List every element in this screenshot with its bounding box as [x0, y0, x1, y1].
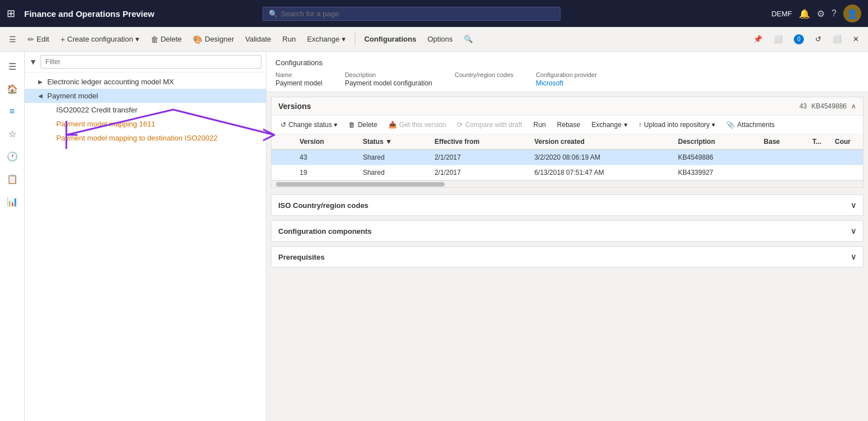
exchange-chevron-small: ▾	[624, 121, 627, 129]
iso-country-header[interactable]: ISO Country/region codes ∨	[272, 195, 863, 215]
download-icon: 📥	[388, 121, 397, 129]
chevron-down-icon: ▾	[135, 35, 139, 43]
validate-button[interactable]: Validate	[241, 33, 275, 46]
cell-base-1	[758, 150, 807, 165]
versions-exchange-button[interactable]: Exchange ▾	[587, 119, 631, 130]
create-configuration-button[interactable]: + Create configuration ▾	[56, 33, 143, 46]
col-header-description[interactable]: Description	[672, 134, 758, 150]
col-header-created[interactable]: Version created	[528, 134, 672, 150]
tree-item-payment-model[interactable]: ◀ Payment model	[25, 89, 266, 103]
config-components-header[interactable]: Configuration components ∨	[272, 221, 863, 241]
table-horizontal-scrollbar[interactable]	[272, 180, 863, 187]
table-row[interactable]: 43 Shared 2/1/2017 3/2/2020 08:06:19 AM …	[272, 150, 863, 165]
rebase-button[interactable]: Rebase	[553, 119, 585, 130]
col-header-effective[interactable]: Effective from	[429, 134, 528, 150]
sidebar-recent-icon[interactable]: 🕐	[2, 146, 22, 166]
tree-item-payment-mapping-1611[interactable]: Payment model mapping 1611	[25, 117, 266, 131]
provider-value: Microsoft	[536, 79, 596, 87]
notification-button[interactable]: 0	[789, 32, 808, 47]
global-search-bar[interactable]: 🔍	[263, 7, 560, 21]
paperclip-icon: 📎	[726, 121, 735, 129]
prerequisites-label: Prerequisites	[278, 253, 324, 261]
tree-label-payment-model: Payment model	[47, 92, 98, 100]
tree-filter-input[interactable]	[40, 55, 261, 69]
sidebar-workspace-icon[interactable]: 📋	[2, 169, 22, 189]
table-row[interactable]: 19 Shared 2/1/2017 6/13/2018 07:51:47 AM…	[272, 165, 863, 180]
run-button[interactable]: Run	[278, 33, 300, 46]
collapse-versions-icon[interactable]: ∧	[851, 102, 856, 110]
search-input[interactable]	[281, 10, 554, 18]
scrollbar-thumb[interactable]	[276, 182, 445, 187]
versions-toolbar: ↺ Change status ▾ 🗑 Delete 📥 Get this ve…	[272, 116, 863, 134]
designer-icon: 🎨	[193, 35, 202, 44]
tree-content: ▶ Electronic ledger accounting model MX …	[25, 73, 266, 421]
sidebar-nav-icon[interactable]: ☰	[2, 56, 22, 76]
col-header-r[interactable]	[272, 134, 294, 150]
upload-icon: ↑	[639, 121, 642, 129]
col-header-t[interactable]: T...	[807, 134, 829, 150]
toolbar-search-btn[interactable]: 🔍	[459, 33, 477, 46]
expand-button[interactable]: ⬜	[828, 33, 846, 46]
close-button[interactable]: ✕	[848, 33, 864, 46]
user-avatar[interactable]: 👤	[843, 4, 861, 22]
versions-run-button[interactable]: Run	[529, 119, 550, 130]
prerequisites-header[interactable]: Prerequisites ∨	[272, 247, 863, 267]
app-grid-icon[interactable]: ⊞	[7, 7, 15, 20]
sidebar-analytics-icon[interactable]: 📊	[2, 191, 22, 211]
close-icon: ✕	[853, 35, 859, 43]
cell-desc-2: KB4339927	[672, 165, 758, 180]
configurations-tab[interactable]: Configurations	[360, 33, 421, 46]
edit-icon: ✏	[28, 35, 34, 44]
help-icon[interactable]: ?	[831, 8, 837, 19]
expand-icon: ⬜	[833, 35, 842, 43]
attachments-button[interactable]: 📎 Attachments	[722, 119, 779, 130]
config-name-item: Name Payment model	[275, 71, 322, 87]
hamburger-icon: ☰	[9, 35, 16, 44]
config-meta: Name Payment model Description Payment m…	[275, 71, 859, 87]
hamburger-btn[interactable]: ☰	[4, 33, 21, 46]
main-layout: ☰ 🏠 ≡ ☆ 🕐 📋 📊 ▼ ▶ Electronic ledger acco…	[0, 52, 868, 421]
view-button[interactable]: ⬜	[769, 33, 787, 46]
refresh-button[interactable]: ↺	[811, 33, 826, 46]
settings-icon[interactable]: ⚙	[817, 8, 825, 19]
toolbar-divider	[355, 33, 355, 46]
versions-header: Versions 43 KB4549886 ∧	[272, 97, 863, 116]
versions-delete-button[interactable]: 🗑 Delete	[344, 119, 382, 130]
pin-icon: 📌	[753, 35, 762, 43]
bell-icon[interactable]: 🔔	[799, 8, 810, 19]
upload-into-repository-button[interactable]: ↑ Upload into repository ▾	[634, 119, 720, 130]
description-label: Description	[345, 71, 432, 78]
pin-button[interactable]: 📌	[749, 33, 767, 46]
tree-filter-icon[interactable]: ▼	[29, 57, 37, 66]
get-this-version-button[interactable]: 📥 Get this version	[384, 119, 450, 130]
tree-item-payment-mapping-iso[interactable]: Payment model mapping to destination ISO…	[25, 131, 266, 145]
compare-with-draft-button[interactable]: ⟳ Compare with draft	[453, 119, 526, 130]
sidebar-star-icon[interactable]: ☆	[2, 124, 22, 144]
col-header-status[interactable]: Status ▼	[357, 134, 429, 150]
exchange-button[interactable]: Exchange ▾	[302, 33, 350, 46]
col-header-cour[interactable]: Cour	[829, 134, 863, 150]
col-header-version[interactable]: Version	[294, 134, 357, 150]
cell-r-1	[272, 150, 294, 165]
sidebar-home-icon[interactable]: 🏠	[2, 79, 22, 99]
upload-chevron: ▾	[712, 121, 715, 129]
search-icon: 🔍	[269, 10, 278, 18]
designer-button[interactable]: 🎨 Designer	[188, 33, 238, 46]
exchange-chevron-icon: ▾	[342, 35, 346, 43]
tree-arrow-expand: ▶	[38, 79, 47, 85]
top-nav-bar: ⊞ Finance and Operations Preview 🔍 DEMF …	[0, 0, 868, 27]
config-provider-item: Configuration provider Microsoft	[536, 71, 596, 87]
change-status-button[interactable]: ↺ Change status ▾	[276, 119, 342, 130]
tree-item-electronic-ledger[interactable]: ▶ Electronic ledger accounting model MX	[25, 75, 266, 89]
sidebar-list-icon[interactable]: ≡	[2, 101, 22, 121]
tree-label-payment-mapping-iso: Payment model mapping to destination ISO…	[56, 134, 218, 142]
tree-item-iso-credit[interactable]: ISO20022 Credit transfer	[25, 103, 266, 117]
options-tab[interactable]: Options	[423, 33, 457, 46]
cell-status-2: Shared	[357, 165, 429, 180]
config-header: Configurations Name Payment model Descri…	[266, 52, 868, 92]
iso-country-chevron: ∨	[851, 201, 856, 210]
delete-button[interactable]: 🗑 Delete	[146, 33, 187, 46]
edit-button[interactable]: ✏ Edit	[23, 33, 53, 46]
cell-effective-1: 2/1/2017	[429, 150, 528, 165]
col-header-base[interactable]: Base	[758, 134, 807, 150]
